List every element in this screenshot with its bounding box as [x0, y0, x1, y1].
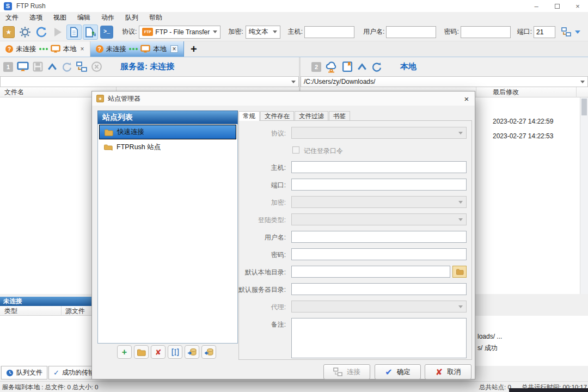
book-icon: [342, 61, 353, 72]
proxy-select[interactable]: [291, 301, 467, 313]
add-site-button[interactable]: +: [117, 345, 132, 359]
file-row-modified[interactable]: 2023-02-27 14:22:59: [493, 118, 553, 125]
close-button[interactable]: ×: [567, 0, 588, 12]
tab-file-filter[interactable]: 文件过滤: [295, 111, 328, 121]
menu-options[interactable]: 选项: [24, 12, 48, 23]
dialog-title: 站点管理器: [108, 94, 140, 103]
tab-bookmarks[interactable]: 书签: [329, 111, 350, 121]
chevron-down-icon: [291, 81, 296, 83]
monitor-view-button[interactable]: [17, 62, 29, 72]
login-type-select[interactable]: [291, 213, 467, 225]
transfer-queue-button[interactable]: [83, 24, 98, 40]
username-input[interactable]: [291, 231, 467, 243]
tab-general[interactable]: 常规: [238, 111, 260, 121]
connect-menu-arrow-icon[interactable]: [575, 30, 580, 34]
favorites-button[interactable]: ★: [1, 24, 16, 40]
refresh-button[interactable]: [62, 62, 72, 72]
default-server-dir-input[interactable]: [291, 283, 467, 295]
taskbar-edge: [509, 388, 588, 392]
maximize-button[interactable]: [547, 0, 567, 12]
disconnect-button[interactable]: [91, 61, 102, 72]
encryption-select[interactable]: [291, 196, 467, 208]
session-tab-1[interactable]: ? 未连接 本地 ×: [0, 41, 90, 57]
tab-close-icon[interactable]: ×: [170, 45, 178, 53]
start-transfer-button[interactable]: [50, 24, 65, 40]
file-row-modified[interactable]: 2023-02-27 14:22:53: [493, 132, 553, 140]
tab-queue-files[interactable]: 队列文件: [1, 366, 47, 379]
remember-password-checkbox[interactable]: [292, 146, 299, 154]
sync-button[interactable]: [34, 24, 49, 40]
import-sites-button[interactable]: [185, 345, 199, 359]
link-dots-icon: [129, 48, 138, 50]
bookmarks-button[interactable]: [342, 61, 353, 72]
settings-button[interactable]: [17, 24, 33, 40]
menu-action[interactable]: 动作: [96, 12, 120, 23]
vertical-scrollbar[interactable]: [580, 97, 588, 294]
port-input[interactable]: [534, 26, 555, 38]
site-list-header: 站点列表: [97, 111, 238, 124]
delete-site-button[interactable]: ✘: [151, 345, 166, 359]
site-connect-button[interactable]: [76, 62, 87, 72]
rename-site-button[interactable]: [168, 345, 182, 359]
cancel-button[interactable]: ✘ 取消: [425, 364, 471, 379]
log-view-button[interactable]: [66, 24, 82, 40]
port-input[interactable]: [291, 179, 467, 191]
terminal-button[interactable]: >_: [99, 24, 114, 40]
column-divider[interactable]: [476, 87, 476, 97]
host-input[interactable]: [291, 161, 467, 173]
connect-button[interactable]: 连接: [323, 364, 370, 379]
folder-icon: [137, 348, 146, 356]
host-input[interactable]: [304, 26, 354, 38]
password-input[interactable]: [461, 26, 511, 38]
browse-folder-button[interactable]: [452, 266, 467, 278]
encrypt-select[interactable]: 纯文本: [246, 26, 280, 39]
column-source-file[interactable]: 源文件: [65, 306, 85, 316]
scrollbar-thumb[interactable]: [581, 99, 587, 115]
notes-textarea[interactable]: [291, 318, 467, 358]
tab-close-icon[interactable]: ×: [81, 45, 84, 53]
ok-button[interactable]: ✔ 确定: [375, 364, 421, 379]
up-directory-button[interactable]: [357, 63, 367, 71]
save-button[interactable]: [33, 62, 43, 72]
folder-icon: [103, 144, 113, 151]
maximize-icon: [555, 4, 560, 9]
document-transfer-icon: [85, 27, 96, 38]
column-modified[interactable]: 最后修改: [493, 87, 519, 97]
protocol-select[interactable]: [291, 127, 467, 139]
site-manager-dialog: ★ 站点管理器 × 站点列表 快速连接 FTPRush 站点 +: [91, 91, 475, 379]
column-type[interactable]: 类型: [4, 306, 17, 316]
refresh-button[interactable]: [371, 62, 382, 72]
up-directory-button[interactable]: [47, 63, 58, 71]
username-input[interactable]: [386, 26, 436, 38]
new-folder-button[interactable]: [134, 345, 149, 359]
menu-file[interactable]: 文件: [0, 12, 24, 23]
x-icon: ✘: [436, 367, 443, 377]
password-input[interactable]: [291, 248, 467, 260]
session-tab-2-active[interactable]: ? 未连接 本地 ×: [90, 41, 185, 57]
menu-help[interactable]: 帮助: [144, 12, 168, 23]
local-path-combobox[interactable]: /C:/Users/zy/Downloads/: [301, 76, 588, 87]
quick-connect-button[interactable]: [559, 24, 574, 40]
menu-edit[interactable]: 编辑: [72, 12, 96, 23]
server-path-combobox[interactable]: [0, 76, 299, 87]
default-local-dir-input[interactable]: [291, 266, 450, 278]
main-toolbar: ★: [0, 23, 588, 41]
play-icon: [54, 28, 62, 36]
app-title: FTP Rush: [16, 2, 46, 10]
minimize-button[interactable]: –: [526, 0, 547, 12]
protocol-select[interactable]: FTP FTP - File Transfer Protocc: [139, 26, 220, 39]
export-sites-button[interactable]: [201, 345, 216, 359]
dialog-titlebar[interactable]: ★ 站点管理器 ×: [92, 91, 475, 106]
column-filename[interactable]: 文件名: [4, 87, 24, 97]
chevron-down-icon: [458, 201, 463, 204]
menu-queue[interactable]: 队列: [120, 12, 144, 23]
column-divider[interactable]: [576, 87, 577, 97]
site-list-item-ftprush-sites[interactable]: FTPRush 站点: [99, 140, 236, 155]
tab-file-exists[interactable]: 文件存在: [260, 111, 294, 121]
check-icon: ✔: [385, 367, 392, 377]
dialog-close-button[interactable]: ×: [458, 94, 475, 103]
menu-view[interactable]: 视图: [48, 12, 72, 23]
cloud-view-button[interactable]: [325, 61, 338, 73]
column-divider[interactable]: [61, 306, 62, 316]
new-tab-button[interactable]: +: [184, 41, 204, 57]
